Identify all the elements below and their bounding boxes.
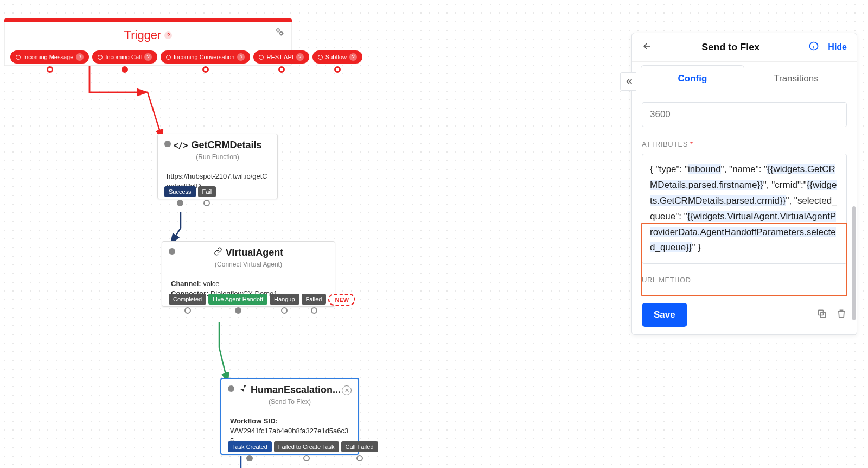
hide-button[interactable]: Hide	[828, 42, 847, 52]
node-title: VirtualAgent	[162, 242, 335, 261]
help-icon: ?	[237, 53, 245, 61]
trigger-title: Trigger ?	[10, 25, 286, 45]
trigger-output-subflow[interactable]: Subflow?	[312, 50, 362, 73]
flex-icon	[239, 384, 247, 396]
output-hangup[interactable]: Hangup	[270, 294, 299, 314]
scrollbar[interactable]	[852, 206, 856, 320]
delete-icon[interactable]	[836, 308, 847, 321]
panel-title: Send to Flex	[701, 42, 760, 53]
input-port[interactable]	[169, 248, 175, 255]
node-subtitle: (Send To Flex)	[221, 398, 358, 411]
output-failed-to-create-task[interactable]: Failed to Create Task	[274, 441, 339, 461]
info-icon[interactable]	[808, 41, 819, 54]
output-fail[interactable]: Fail	[198, 186, 216, 206]
output-failed[interactable]: Failed	[302, 294, 327, 314]
timeout-input[interactable]	[642, 102, 847, 127]
copy-icon[interactable]	[816, 308, 827, 321]
attributes-textarea[interactable]: { "type": "inbound", "name": "{{widgets.…	[642, 154, 847, 264]
node-subtitle: (Connect Virtual Agent)	[162, 261, 335, 274]
save-button[interactable]: Save	[642, 303, 687, 327]
node-title: </> GetCRMDetails	[158, 134, 277, 153]
panel-tabs: Config Transitions	[632, 62, 857, 92]
link-icon	[214, 247, 222, 258]
trigger-output-rest-api[interactable]: REST API?	[253, 50, 309, 73]
help-icon: ?	[296, 53, 304, 61]
output-call-failed[interactable]: Call Failed	[341, 441, 378, 461]
trigger-output-incoming-call[interactable]: Incoming Call?	[92, 50, 157, 73]
panel-content: ATTRIBUTES * { "type": "inbound", "name"…	[632, 92, 857, 295]
url-method-label: URL METHOD	[642, 276, 847, 284]
node-humanescalation[interactable]: ✕ HumanEscalation... (Send To Flex) Work…	[220, 378, 359, 455]
help-icon: ?	[144, 53, 152, 61]
tab-config[interactable]: Config	[641, 65, 744, 92]
trigger-output-incoming-message[interactable]: Incoming Message?	[10, 50, 89, 73]
input-port[interactable]	[228, 385, 234, 392]
gear-icon[interactable]	[274, 26, 285, 39]
trigger-node[interactable]: Trigger ? Incoming Message? Incoming Cal…	[4, 18, 292, 66]
output-task-created[interactable]: Task Created	[228, 441, 272, 461]
close-icon[interactable]: ✕	[342, 385, 352, 395]
collapse-panel-button[interactable]	[620, 72, 636, 91]
help-icon: ?	[349, 53, 357, 61]
code-icon: </>	[173, 141, 188, 150]
input-port[interactable]	[164, 141, 171, 147]
attributes-label: ATTRIBUTES *	[642, 140, 847, 148]
node-virtualagent[interactable]: VirtualAgent (Connect Virtual Agent) Cha…	[162, 241, 335, 307]
config-panel: Send to Flex Hide Config Transitions ATT…	[631, 33, 857, 335]
svg-point-0	[277, 29, 279, 31]
tab-transitions[interactable]: Transitions	[744, 65, 848, 92]
output-success[interactable]: Success	[164, 186, 196, 206]
back-icon[interactable]	[642, 41, 653, 54]
node-getcrmdetails[interactable]: </> GetCRMDetails (Run Function) https:/…	[157, 134, 278, 199]
node-subtitle: (Run Function)	[158, 153, 277, 166]
node-title: HumanEscalation...	[221, 379, 358, 398]
help-icon: ?	[76, 53, 84, 61]
svg-point-1	[280, 32, 283, 35]
output-completed[interactable]: Completed	[169, 294, 206, 314]
output-live-agent-handoff[interactable]: Live Agent Handoff	[208, 294, 267, 314]
trigger-output-incoming-conversation[interactable]: Incoming Conversation?	[161, 50, 251, 73]
help-icon[interactable]: ?	[164, 31, 172, 39]
output-new[interactable]: NEW	[328, 294, 355, 314]
